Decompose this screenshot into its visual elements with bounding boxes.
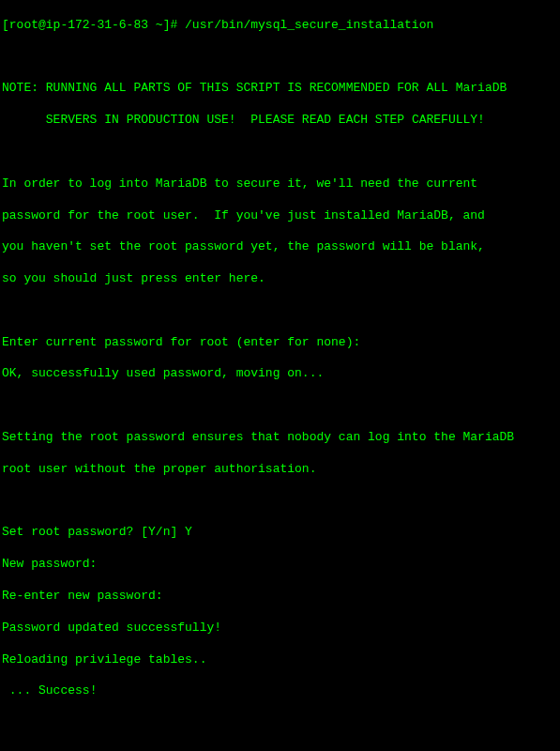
status-line: Password updated successfully! bbox=[2, 621, 558, 636]
blank-line bbox=[2, 303, 558, 319]
prompt-input[interactable]: Re-enter new password: bbox=[2, 589, 558, 605]
prompt-line[interactable]: [root@ip-172-31-6-83 ~]# /usr/bin/mysql_… bbox=[2, 18, 558, 34]
blank-line bbox=[2, 145, 558, 161]
status-line: OK, successfully used password, moving o… bbox=[2, 366, 558, 382]
blank-line bbox=[2, 398, 558, 414]
prompt-input[interactable]: Set root password? [Y/n] Y bbox=[2, 525, 558, 541]
status-line: Reloading privilege tables.. bbox=[2, 652, 558, 668]
prompt-input[interactable]: Enter current password for root (enter f… bbox=[2, 335, 558, 351]
intro-line: you haven't set the root password yet, t… bbox=[2, 239, 558, 255]
intro-line: so you should just press enter here. bbox=[2, 271, 558, 287]
blank-line bbox=[2, 747, 558, 751]
intro-line: password for the root user. If you've ju… bbox=[2, 208, 558, 224]
terminal-output: [root@ip-172-31-6-83 ~]# /usr/bin/mysql_… bbox=[2, 2, 558, 751]
info-line: Setting the root password ensures that n… bbox=[2, 430, 558, 446]
intro-line: In order to log into MariaDB to secure i… bbox=[2, 176, 558, 192]
blank-line bbox=[2, 50, 558, 66]
note-line: SERVERS IN PRODUCTION USE! PLEASE READ E… bbox=[2, 113, 558, 129]
prompt-input[interactable]: New password: bbox=[2, 557, 558, 573]
info-line: root user without the proper authorisati… bbox=[2, 462, 558, 478]
success-line: ... Success! bbox=[2, 683, 558, 699]
note-line: NOTE: RUNNING ALL PARTS OF THIS SCRIPT I… bbox=[2, 81, 558, 97]
blank-line bbox=[2, 494, 558, 510]
blank-line bbox=[2, 715, 558, 731]
